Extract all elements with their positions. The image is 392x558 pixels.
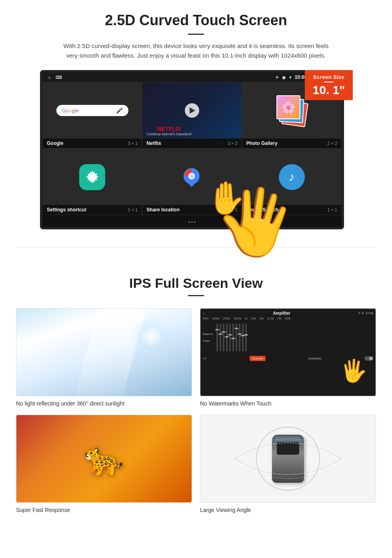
section-divider [16, 247, 376, 247]
eq-slider-3[interactable] [223, 323, 224, 351]
sound-icon-circle: ♪ [279, 164, 305, 190]
status-bar: ⌂ ⌨ ✶ ◉ ▾ 15:06 ▣ ◁) ⊠ ▭ [42, 72, 342, 82]
eq-thumb-8 [238, 333, 242, 335]
sun-glow [132, 317, 172, 357]
amp-loudness-label: loudness [308, 357, 321, 360]
amp-freq-10k: 10k [259, 317, 264, 320]
app-cell-netflix[interactable]: NETFLIX Continue Marvel's Daredevil Netf… [142, 82, 242, 149]
section1-description: With 2.5D curved-display screen, this de… [60, 41, 332, 60]
cheetah-icon: 🐆 [84, 440, 124, 478]
feature-img-sunlight [16, 308, 192, 396]
sunlight-inner [16, 309, 192, 396]
amp-wifi-icon: ▾ [362, 311, 364, 315]
settings-app-size: 1 × 1 [128, 207, 138, 212]
settings-label-bar: Settings shortcut 1 × 1 [43, 205, 142, 215]
eq-slider-7[interactable] [236, 323, 237, 351]
netflix-app-label: Netflix [146, 141, 161, 146]
svg-text:G: G [190, 174, 194, 179]
feature-label-sunlight: No light reflecting under 360° direct su… [16, 400, 192, 407]
feature-label-cheetah: Super Fast Response [16, 507, 192, 513]
section2-title: IPS Full Screen View [16, 275, 376, 291]
feature-car: Large Viewing Angle [200, 415, 376, 513]
eq-bars-container: Balance Fader [203, 321, 373, 353]
settings-app-label: Settings shortcut [47, 207, 86, 213]
amp-freq-15k: 15k [277, 317, 281, 320]
google-search-bar[interactable]: Google 🎤 [56, 105, 128, 116]
amp-left-labels: Balance Fader [203, 333, 216, 342]
amp-menu-icon: ≡ [358, 311, 360, 315]
feature-sunlight: No light reflecting under 360° direct su… [16, 308, 192, 407]
wifi-icon: ▾ [289, 75, 292, 80]
feature-label-watermarks: No Watermarks When Touch [200, 400, 376, 407]
google-maps-icon: G [181, 165, 203, 189]
usb-icon: ⌨ [56, 75, 62, 80]
eq-slider-10[interactable] [245, 323, 247, 351]
amp-back-icon[interactable]: << [203, 357, 206, 360]
eq-slider-9[interactable] [242, 323, 244, 351]
amp-icons: ≡ ▾ 17:33 [358, 311, 373, 315]
netflix-app-size: 3 × 2 [228, 141, 238, 146]
amp-freq-sub: SUB [285, 317, 290, 320]
eq-thumb-5 [228, 334, 232, 335]
app-cell-google[interactable]: Google 🎤 Google 3 × 1 [42, 82, 142, 149]
screen-size-badge: Screen Size 10. 1" [305, 70, 353, 100]
eq-thumb-3 [222, 331, 226, 333]
eq-thumb-2 [218, 333, 222, 335]
amp-freq-12k5: 12.5k [267, 317, 274, 320]
netflix-label-bar: Netflix 3 × 2 [142, 138, 241, 148]
google-app-label: Google [47, 141, 63, 146]
section2-divider [188, 295, 204, 296]
eq-thumb-10 [244, 334, 248, 335]
gear-icon [85, 169, 100, 185]
badge-label: Screen Size [310, 74, 347, 80]
feature-watermarks: ⌂ Amplifier ≡ ▾ 17:33 60hz 100hz 200hz 5… [200, 308, 376, 407]
eq-thumb-7 [234, 328, 238, 329]
netflix-logo: NETFLIX [146, 125, 191, 132]
eq-slider-8[interactable] [239, 323, 240, 351]
share-app-label: Share location [146, 207, 180, 213]
netflix-subtitle: Continue Marvel's Daredevil [146, 132, 191, 136]
badge-divider [324, 82, 334, 82]
google-label-bar: Google 3 × 1 [43, 138, 142, 148]
google-logo: Google [62, 108, 79, 114]
google-cell-inner: Google 🎤 [43, 82, 142, 138]
amp-home-icon: ⌂ [203, 311, 205, 315]
amp-freq-1k: 1k [244, 317, 247, 320]
photo-stack: 🌸 [276, 94, 308, 126]
feature-img-car [200, 415, 376, 503]
feature-img-cheetah: 🐆 [16, 415, 192, 503]
eq-slider-4[interactable] [226, 323, 228, 351]
amp-freq-200: 200hz [223, 317, 230, 320]
amp-freq-labels: 60hz 100hz 200hz 500hz 1k 2.5k 10k 12.5k… [203, 317, 373, 320]
flower-icon: 🌸 [282, 101, 296, 114]
amp-freq-60: 60hz [203, 317, 209, 320]
section-ips-view: IPS Full Screen View No light reflecting… [0, 271, 392, 529]
netflix-info: NETFLIX Continue Marvel's Daredevil [146, 125, 191, 136]
photo-card-3: 🌸 [276, 95, 300, 119]
gallery-app-size: 2 × 2 [327, 141, 337, 146]
home-icon[interactable]: ⌂ [48, 75, 51, 80]
amp-toggle[interactable] [364, 356, 373, 361]
amp-header: ⌂ Amplifier ≡ ▾ 17:33 [203, 311, 373, 315]
amp-custom-button[interactable]: Custom [250, 356, 266, 361]
amp-balance-label: Balance [203, 333, 216, 335]
location-icon: ◉ [282, 75, 286, 80]
eq-slider-2[interactable] [220, 323, 221, 351]
feature-label-car: Large Viewing Angle [200, 507, 376, 513]
amp-freq-2k5: 2.5k [251, 317, 256, 320]
netflix-play-button[interactable] [185, 103, 199, 118]
amp-hand-icon: 🖐 [340, 358, 368, 384]
google-mic-icon[interactable]: 🎤 [116, 107, 123, 114]
amp-freq-500: 500hz [234, 317, 241, 320]
title-divider [188, 34, 204, 35]
eq-slider-5[interactable] [229, 323, 231, 351]
status-bar-left: ⌂ ⌨ [48, 75, 62, 80]
app-cell-settings[interactable]: Settings shortcut 1 × 1 [42, 149, 142, 215]
bluetooth-icon: ✶ [275, 75, 279, 80]
eq-slider-1[interactable] [216, 323, 218, 351]
netflix-cell-inner: NETFLIX Continue Marvel's Daredevil [142, 82, 241, 138]
amp-time: 17:33 [365, 311, 373, 315]
settings-cell-inner [43, 149, 142, 205]
eq-slider-6[interactable] [232, 323, 234, 351]
sound-app-size: 1 × 1 [327, 207, 337, 212]
